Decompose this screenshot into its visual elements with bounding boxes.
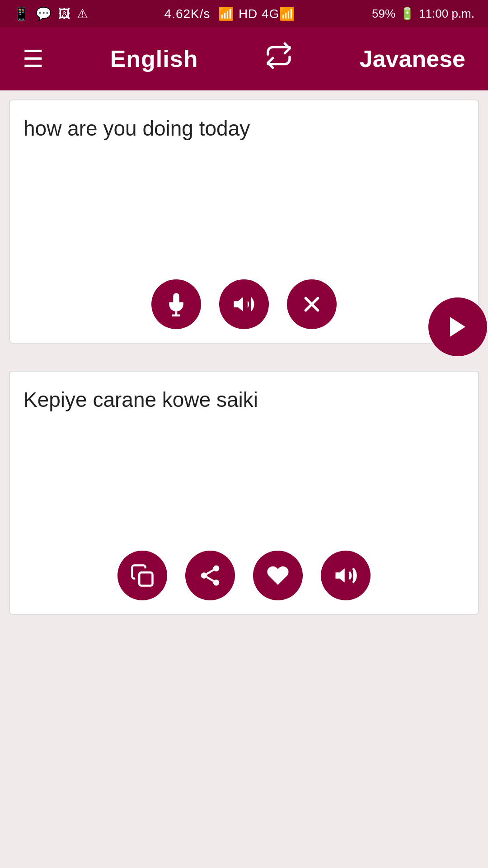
status-right-info: 59% 🔋 11:00 p.m. xyxy=(372,7,474,21)
app-bar: ☰ English Javanese xyxy=(0,27,488,90)
share-button[interactable] xyxy=(185,551,235,600)
favorite-button[interactable] xyxy=(253,551,303,600)
share-icon xyxy=(198,563,222,588)
svg-line-10 xyxy=(206,577,213,581)
source-action-buttons xyxy=(151,279,337,329)
svg-marker-5 xyxy=(450,317,465,337)
target-speaker-button[interactable] xyxy=(321,551,371,600)
copy-button[interactable] xyxy=(117,551,167,600)
heart-icon xyxy=(266,563,290,588)
message-icon: 💬 xyxy=(36,6,52,21)
svg-rect-6 xyxy=(139,572,152,585)
target-text: Kepiye carane kowe saiki xyxy=(23,385,465,414)
whatsapp-icon: 📱 xyxy=(14,6,29,21)
warning-icon: ⚠ xyxy=(77,6,88,21)
status-network-info: 4.62K/s 📶 HD 4G📶 xyxy=(164,6,296,21)
send-icon xyxy=(445,314,471,340)
source-text[interactable]: how are you doing today xyxy=(23,114,465,143)
source-panel: how are you doing today xyxy=(9,99,479,344)
svg-point-8 xyxy=(201,572,207,579)
battery-percent: 59% xyxy=(372,7,395,21)
status-bar: 📱 💬 🖼 ⚠ 4.62K/s 📶 HD 4G📶 59% 🔋 11:00 p.m… xyxy=(0,0,488,27)
copy-icon xyxy=(130,563,155,588)
svg-point-7 xyxy=(213,566,220,572)
mic-button[interactable] xyxy=(151,279,201,329)
clear-button[interactable] xyxy=(287,279,337,329)
svg-marker-2 xyxy=(234,297,243,311)
source-language-label[interactable]: English xyxy=(110,45,198,72)
status-left-icons: 📱 💬 🖼 ⚠ xyxy=(14,6,88,21)
main-content: how are you doing today xyxy=(0,90,488,868)
target-language-label[interactable]: Javanese xyxy=(360,45,465,72)
send-translate-button[interactable] xyxy=(428,297,487,356)
hamburger-menu-icon[interactable]: ☰ xyxy=(23,45,44,72)
swap-languages-icon[interactable] xyxy=(264,41,293,77)
svg-point-9 xyxy=(213,580,220,586)
battery-icon: 🔋 xyxy=(400,7,414,21)
speaker-icon xyxy=(232,292,256,316)
clock: 11:00 p.m. xyxy=(419,7,474,21)
network-speed: 4.62K/s xyxy=(164,7,211,21)
source-speaker-button[interactable] xyxy=(219,279,269,329)
send-button-wrapper xyxy=(428,297,487,356)
target-panel: Kepiye carane kowe saiki xyxy=(9,371,479,615)
volume-icon xyxy=(333,563,358,588)
svg-marker-12 xyxy=(336,568,345,583)
target-action-buttons xyxy=(117,551,371,600)
image-icon: 🖼 xyxy=(58,6,70,21)
close-icon xyxy=(300,292,324,316)
svg-line-11 xyxy=(206,570,213,574)
mic-icon xyxy=(164,292,188,316)
